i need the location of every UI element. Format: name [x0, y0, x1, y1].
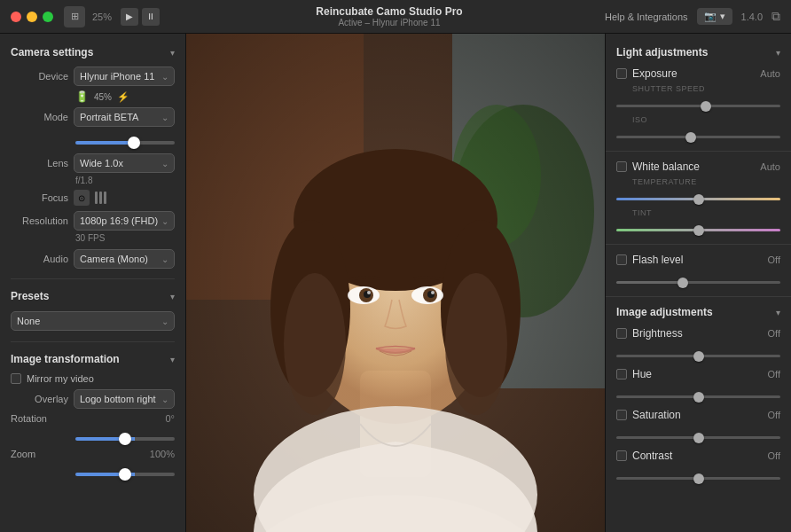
contrast-slider[interactable]: [616, 477, 780, 480]
iso-slider-row: [606, 124, 791, 145]
focus-auto-icon[interactable]: ⊙: [74, 190, 90, 206]
device-label: Device: [11, 71, 68, 82]
overlay-select[interactable]: Logo bottom right: [74, 389, 175, 409]
video-frame: [186, 34, 605, 532]
saturation-row: Saturation Off: [606, 405, 791, 425]
minimize-button[interactable]: [27, 12, 37, 22]
hue-slider[interactable]: [616, 395, 780, 398]
mirror-row: Mirror my video: [0, 371, 185, 387]
zoom-slider[interactable]: [75, 473, 175, 476]
saturation-value: Off: [768, 410, 780, 420]
pause-button[interactable]: ⏸: [142, 8, 160, 26]
audio-select[interactable]: Camera (Mono): [74, 249, 175, 269]
mode-slider[interactable]: [75, 141, 175, 145]
divider-r1: [606, 151, 791, 152]
light-adj-section[interactable]: Light adjustments ▾: [606, 43, 791, 64]
hue-row: Hue Off: [606, 364, 791, 384]
rotation-row: Rotation 0°: [0, 411, 185, 426]
brightness-checkbox[interactable]: [616, 328, 627, 339]
usb-icon: ⚡: [117, 91, 129, 103]
exposure-row: Exposure Auto: [606, 64, 791, 83]
traffic-lights: [11, 12, 53, 22]
saturation-checkbox[interactable]: [616, 410, 627, 420]
focus-manual-icon[interactable]: [95, 192, 106, 204]
rotation-label: Rotation: [11, 413, 165, 424]
iso-label: ISO: [606, 114, 791, 124]
resolution-label: Resolution: [11, 215, 68, 226]
brightness-slider-row: [606, 343, 791, 364]
resolution-select[interactable]: 1080p 16:9 (FHD): [74, 211, 175, 231]
lens-select-input[interactable]: Wide 1.0x: [80, 158, 161, 168]
mirror-label: Mirror my video: [27, 373, 94, 384]
app-title: Reincubate Camo Studio Pro: [316, 5, 462, 18]
temperature-slider[interactable]: [616, 198, 780, 200]
battery-row: 🔋 45% ⚡: [0, 89, 185, 105]
tint-label: TINT: [606, 207, 791, 217]
svg-point-14: [445, 273, 507, 415]
brightness-slider[interactable]: [616, 355, 780, 357]
layout-icon[interactable]: ⧉: [771, 9, 780, 24]
window-title: Reincubate Camo Studio Pro Active – Hlyn…: [174, 5, 605, 27]
contrast-checkbox[interactable]: [616, 450, 627, 461]
video-background: [186, 34, 605, 532]
rotation-slider-row: [0, 426, 185, 447]
audio-label: Audio: [11, 254, 68, 264]
main-content: Camera settings ▾ Device Hlynur iPhone 1…: [0, 34, 791, 532]
presets-section[interactable]: Presets ▾: [0, 286, 185, 308]
play-button[interactable]: ▶: [121, 8, 138, 26]
overlay-label: Overlay: [11, 394, 68, 404]
help-button[interactable]: Help & Integrations: [605, 12, 688, 22]
iso-slider[interactable]: [616, 136, 780, 138]
temperature-slider-row: [606, 186, 791, 207]
device-subtitle: Active – Hlynur iPhone 11: [338, 18, 440, 27]
aperture-text: f/1.8: [0, 176, 185, 187]
hue-label: Hue: [632, 368, 763, 380]
shutter-speed-label: SHUTTER SPEED: [606, 83, 791, 93]
mode-label: Mode: [11, 112, 68, 122]
camera-selector[interactable]: 📷 ▾: [697, 8, 732, 25]
image-adj-section[interactable]: Image adjustments ▾: [606, 302, 791, 324]
image-transform-section[interactable]: Image transformation ▾: [0, 349, 185, 371]
audio-select-input[interactable]: Camera (Mono): [80, 254, 161, 264]
hue-slider-row: [606, 384, 791, 405]
white-balance-checkbox[interactable]: [616, 161, 627, 172]
overlay-select-input[interactable]: Logo bottom right: [80, 394, 161, 404]
saturation-slider[interactable]: [616, 436, 780, 439]
maximize-button[interactable]: [43, 12, 53, 22]
presets-label: Presets: [11, 290, 49, 302]
brightness-label: Brightness: [632, 327, 763, 340]
mode-select[interactable]: Portrait BETA: [74, 107, 175, 127]
svg-point-22: [431, 291, 435, 294]
flash-checkbox[interactable]: [616, 254, 627, 265]
fps-text: 30 FPS: [0, 233, 185, 246]
zoom-row: Zoom 100%: [0, 447, 185, 461]
lens-label: Lens: [11, 158, 68, 168]
device-select-input[interactable]: Hlynur iPhone 11: [80, 71, 161, 82]
image-adj-label: Image adjustments: [616, 306, 713, 318]
shutter-speed-slider[interactable]: [616, 105, 780, 107]
zoom-slider-row: [0, 461, 185, 482]
white-balance-label: White balance: [632, 160, 755, 173]
video-area: [186, 34, 605, 532]
presets-select-input[interactable]: None: [17, 316, 161, 326]
exposure-checkbox[interactable]: [616, 68, 627, 79]
presets-select[interactable]: None: [11, 311, 175, 331]
close-button[interactable]: [11, 12, 21, 22]
tint-slider[interactable]: [616, 229, 780, 231]
sidebar-toggle-icon[interactable]: ⊞: [64, 6, 85, 27]
titlebar-right: Help & Integrations 📷 ▾ 1.4.0 ⧉: [605, 8, 780, 25]
hue-checkbox[interactable]: [616, 369, 627, 379]
battery-icon: 🔋: [75, 90, 89, 103]
camera-settings-section[interactable]: Camera settings ▾: [0, 43, 185, 64]
image-transform-chevron: ▾: [170, 355, 175, 364]
device-select[interactable]: Hlynur iPhone 11: [74, 66, 175, 86]
battery-level: 45%: [94, 92, 112, 102]
mode-select-input[interactable]: Portrait BETA: [80, 112, 161, 122]
rotation-slider[interactable]: [75, 437, 175, 441]
mirror-checkbox[interactable]: [11, 373, 21, 384]
lens-select[interactable]: Wide 1.0x: [74, 153, 175, 173]
resolution-select-input[interactable]: 1080p 16:9 (FHD): [80, 215, 161, 226]
flash-slider[interactable]: [616, 281, 780, 284]
zoom-value: 100%: [150, 449, 175, 459]
flash-row: Flash level Off: [606, 250, 791, 270]
